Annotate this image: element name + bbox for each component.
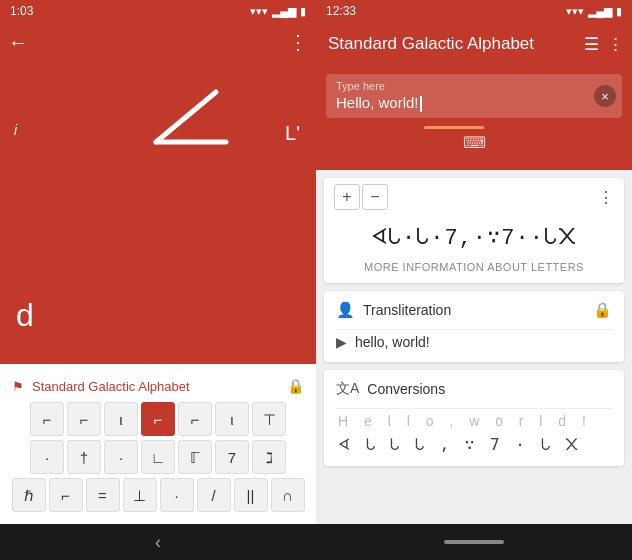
key-9[interactable]: † bbox=[67, 440, 101, 474]
transliteration-section: 👤 Transliteration 🔒 ▶ hello, world! bbox=[324, 291, 624, 362]
right-status-bar: 12:33 ▾▾▾ ▂▄▆ ▮ bbox=[316, 0, 632, 22]
keyboard-row-3: ℏ ⌐ = ⊥ · / || ∩ bbox=[6, 478, 310, 512]
keyboard-lock-icon: 🔒 bbox=[287, 378, 304, 394]
transliteration-text: hello, world! bbox=[355, 334, 430, 350]
right-status-icons: ▾▾▾ ▂▄▆ ▮ bbox=[566, 5, 622, 18]
left-char-top-left: i bbox=[14, 122, 17, 138]
right-content: + − ⋮ ᗏᒐ·ᒐ·7,·∵7··ᒐ᙭ MORE INFORMATION AB… bbox=[316, 170, 632, 524]
svg-line-0 bbox=[156, 92, 216, 142]
conversions-title: Conversions bbox=[367, 381, 445, 397]
key-4-active[interactable]: ⌐ bbox=[141, 402, 175, 436]
right-battery-icon: ▮ bbox=[616, 5, 622, 18]
zoom-in-button[interactable]: + bbox=[334, 184, 360, 210]
transliteration-content: ▶ hello, world! bbox=[324, 330, 624, 362]
key-8[interactable]: · bbox=[30, 440, 64, 474]
input-clear-button[interactable]: × bbox=[594, 85, 616, 107]
transliteration-icon: 👤 bbox=[336, 301, 355, 319]
left-bottom-nav: ‹ bbox=[0, 524, 316, 560]
right-more-menu-button[interactable]: ⋮ bbox=[607, 34, 624, 55]
card-info-text[interactable]: MORE INFORMATION ABOUT LETTERS bbox=[324, 257, 624, 283]
left-status-icons: ▾▾▾ ▂▄▆ ▮ bbox=[250, 5, 306, 18]
transliteration-header: 👤 Transliteration 🔒 bbox=[324, 291, 624, 329]
galactic-display-card: + − ⋮ ᗏᒐ·ᒐ·7,·∵7··ᒐ᙭ MORE INFORMATION AB… bbox=[324, 178, 624, 283]
right-time: 12:33 bbox=[326, 4, 356, 18]
key-19[interactable]: · bbox=[160, 478, 194, 512]
large-galactic-symbol bbox=[136, 82, 246, 176]
key-15[interactable]: ℏ bbox=[12, 478, 46, 512]
signal-icon: ▂▄▆ bbox=[272, 5, 296, 18]
key-12[interactable]: ℾ bbox=[178, 440, 212, 474]
key-3[interactable]: ι bbox=[104, 402, 138, 436]
key-5[interactable]: ⌐ bbox=[178, 402, 212, 436]
key-13[interactable]: 7 bbox=[215, 440, 249, 474]
battery-icon: ▮ bbox=[300, 5, 306, 18]
list-icon[interactable]: ☰ bbox=[584, 34, 599, 55]
wifi-icon: ▾▾▾ bbox=[250, 5, 268, 18]
input-placeholder: Type here bbox=[336, 80, 586, 92]
right-toolbar: Standard Galactic Alphabet ☰ ⋮ bbox=[316, 22, 632, 66]
right-wifi-icon: ▾▾▾ bbox=[566, 5, 584, 18]
transliteration-title: Transliteration bbox=[363, 302, 585, 318]
left-status-bar: 1:03 ▾▾▾ ▂▄▆ ▮ bbox=[0, 0, 316, 22]
key-17[interactable]: = bbox=[86, 478, 120, 512]
key-2[interactable]: ⌐ bbox=[67, 402, 101, 436]
input-area: Type here Hello, world! × ⌨ bbox=[316, 66, 632, 170]
input-value: Hello, world! bbox=[336, 94, 419, 111]
key-20[interactable]: / bbox=[197, 478, 231, 512]
home-bar[interactable] bbox=[444, 540, 504, 544]
keyboard-icon-bar: ⌨ bbox=[326, 129, 622, 154]
keyboard-title-text: Standard Galactic Alphabet bbox=[32, 379, 279, 394]
keyboard-title-icon: ⚑ bbox=[12, 379, 24, 394]
right-toolbar-icons: ☰ ⋮ bbox=[584, 34, 624, 55]
keyboard-toggle-icon[interactable]: ⌨ bbox=[463, 133, 486, 152]
transliteration-lock-icon: 🔒 bbox=[593, 301, 612, 319]
left-panel: 1:03 ▾▾▾ ▂▄▆ ▮ ← ⋮ i L' d ⚑ Standard Gal… bbox=[0, 0, 316, 560]
left-main-area: i L' d bbox=[0, 62, 316, 364]
conversions-header: 文A Conversions bbox=[324, 370, 624, 408]
key-16[interactable]: ⌐ bbox=[49, 478, 83, 512]
key-1[interactable]: ⌐ bbox=[30, 402, 64, 436]
key-11[interactable]: ∟ bbox=[141, 440, 175, 474]
more-menu-button[interactable]: ⋮ bbox=[288, 30, 308, 54]
right-bottom-nav bbox=[316, 524, 632, 560]
back-button[interactable]: ← bbox=[8, 31, 28, 54]
zoom-controls: + − bbox=[334, 184, 388, 210]
card-more-button[interactable]: ⋮ bbox=[598, 188, 614, 207]
text-input-box[interactable]: Type here Hello, world! × bbox=[326, 74, 622, 118]
left-char-top-right: L' bbox=[285, 122, 300, 145]
keyboard-row-2: · † · ∟ ℾ 7 ℷ bbox=[6, 440, 310, 474]
key-6[interactable]: ι bbox=[215, 402, 249, 436]
keyboard-title-bar: ⚑ Standard Galactic Alphabet 🔒 bbox=[6, 372, 310, 398]
left-time: 1:03 bbox=[10, 4, 33, 18]
galactic-display-text: ᗏᒐ·ᒐ·7,·∵7··ᒐ᙭ bbox=[324, 216, 624, 257]
play-button[interactable]: ▶ bbox=[336, 334, 347, 350]
keyboard-area: ⚑ Standard Galactic Alphabet 🔒 ⌐ ⌐ ι ⌐ ⌐… bbox=[0, 364, 316, 524]
conversions-content: H e l l o , w o r l d ! ᗏ ᒐ ᒐ ᒐ , ∵ 7 · … bbox=[324, 409, 624, 466]
zoom-out-button[interactable]: − bbox=[362, 184, 388, 210]
keyboard-rows: ⌐ ⌐ ι ⌐ ⌐ ι ⊤ · † · ∟ ℾ 7 ℷ ℏ ⌐ bbox=[6, 402, 310, 512]
galactic-converted-text: ᗏ ᒐ ᒐ ᒐ , ∵ 7 · ᒐ ᙭ bbox=[334, 435, 614, 454]
left-char-bottom: d bbox=[16, 297, 34, 334]
card-header: + − ⋮ bbox=[324, 178, 624, 216]
key-10[interactable]: · bbox=[104, 440, 138, 474]
key-7[interactable]: ⊤ bbox=[252, 402, 286, 436]
hello-world-spaced: H e l l o , w o r l d ! bbox=[334, 413, 614, 429]
left-toolbar: ← ⋮ bbox=[0, 22, 316, 62]
right-toolbar-title: Standard Galactic Alphabet bbox=[328, 34, 584, 54]
key-22[interactable]: ∩ bbox=[271, 478, 305, 512]
key-21[interactable]: || bbox=[234, 478, 268, 512]
scroll-indicator bbox=[424, 126, 484, 129]
right-panel: 12:33 ▾▾▾ ▂▄▆ ▮ Standard Galactic Alphab… bbox=[316, 0, 632, 560]
left-nav-back-icon[interactable]: ‹ bbox=[155, 532, 161, 553]
keyboard-row-1: ⌐ ⌐ ι ⌐ ⌐ ι ⊤ bbox=[6, 402, 310, 436]
right-signal-icon: ▂▄▆ bbox=[588, 5, 612, 18]
input-cursor bbox=[420, 96, 422, 112]
key-18[interactable]: ⊥ bbox=[123, 478, 157, 512]
conversions-icon: 文A bbox=[336, 380, 359, 398]
conversions-section: 文A Conversions H e l l o , w o r l d ! ᗏ… bbox=[324, 370, 624, 466]
clear-icon: × bbox=[601, 89, 609, 104]
key-14[interactable]: ℷ bbox=[252, 440, 286, 474]
